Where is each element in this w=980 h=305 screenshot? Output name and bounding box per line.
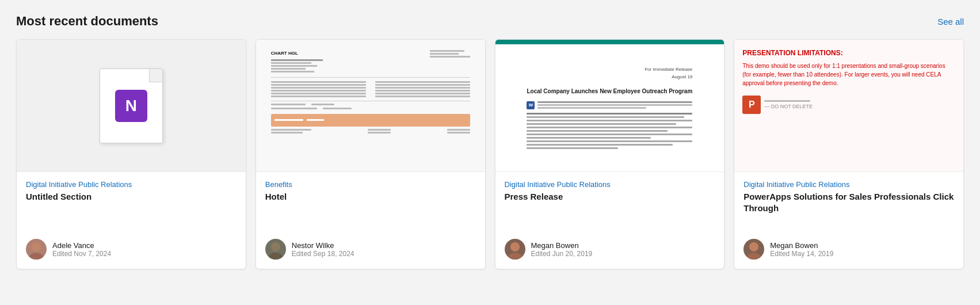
card-4-preview: PRESENTATION LIMITATIONS: This demo shou… bbox=[734, 40, 963, 172]
ppt-icon-row: P — DO NOT DELETE bbox=[742, 96, 813, 114]
card-3-preview: For Immediate ReleaseAugust 19 Local Com… bbox=[495, 40, 724, 172]
card-1-user-info: Adele Vance Edited Nov 7, 2024 bbox=[52, 241, 111, 258]
svg-point-5 bbox=[508, 253, 523, 260]
avatar-megan-4 bbox=[743, 239, 764, 260]
card-1-preview: N bbox=[17, 40, 246, 172]
card3-top-bar bbox=[495, 40, 724, 44]
card-2-username: Nestor Wilke bbox=[292, 241, 354, 250]
svg-point-1 bbox=[29, 253, 44, 260]
card-2-body: Benefits Hotel Nestor Wilke Edited Sep 1… bbox=[256, 172, 485, 269]
card-1-footer: Adele Vance Edited Nov 7, 2024 bbox=[26, 239, 237, 260]
card-3-user-info: Megan Bowen Edited Jun 20, 2019 bbox=[531, 241, 593, 258]
card-3[interactable]: For Immediate ReleaseAugust 19 Local Com… bbox=[495, 39, 725, 269]
card-3-username: Megan Bowen bbox=[531, 241, 593, 250]
card-2-user-info: Nestor Wilke Edited Sep 18, 2024 bbox=[292, 241, 354, 258]
card-4-edited: Edited May 14, 2019 bbox=[770, 250, 833, 258]
card-1-docname: Untitled Section bbox=[26, 191, 237, 203]
card-3-footer: Megan Bowen Edited Jun 20, 2019 bbox=[505, 239, 715, 260]
card-4-footer: Megan Bowen Edited May 14, 2019 bbox=[743, 239, 954, 260]
card-2[interactable]: CHART HGL bbox=[256, 39, 486, 269]
press-release-title: Local Company Launches New Employee Outr… bbox=[527, 87, 692, 96]
card3-content: For Immediate ReleaseAugust 19 Local Com… bbox=[517, 55, 701, 157]
svg-point-2 bbox=[271, 242, 280, 251]
onenote-document: N bbox=[100, 68, 163, 143]
card-1-edited: Edited Nov 7, 2024 bbox=[52, 250, 111, 258]
press-release-header: For Immediate ReleaseAugust 19 bbox=[527, 66, 692, 81]
card-4-username: Megan Bowen bbox=[770, 241, 833, 250]
card-2-workspace[interactable]: Benefits bbox=[265, 180, 476, 189]
card-2-docname: Hotel bbox=[265, 191, 476, 203]
card-4-body: Digital Initiative Public Relations Powe… bbox=[734, 172, 963, 269]
page-container: Most recent documents See all N Digital … bbox=[0, 0, 980, 305]
section-title: Most recent documents bbox=[16, 14, 158, 29]
avatar-megan-3 bbox=[505, 239, 525, 260]
card-3-edited: Edited Jun 20, 2019 bbox=[531, 250, 593, 258]
card-1-workspace[interactable]: Digital Initiative Public Relations bbox=[26, 180, 237, 189]
avatar-adele bbox=[26, 239, 47, 260]
card-1-username: Adele Vance bbox=[52, 241, 111, 250]
card-4-user-info: Megan Bowen Edited May 14, 2019 bbox=[770, 241, 833, 258]
card-2-edited: Edited Sep 18, 2024 bbox=[292, 250, 354, 258]
card-4-workspace[interactable]: Digital Initiative Public Relations bbox=[743, 180, 954, 189]
svg-point-0 bbox=[32, 242, 41, 251]
onenote-icon: N bbox=[115, 90, 147, 122]
word-icon: W bbox=[527, 101, 535, 109]
card-1[interactable]: N Digital Initiative Public Relations Un… bbox=[16, 39, 246, 269]
card-1-body: Digital Initiative Public Relations Unti… bbox=[17, 172, 246, 269]
press-release-body bbox=[527, 113, 692, 149]
card-2-preview: CHART HGL bbox=[256, 40, 485, 172]
svg-point-4 bbox=[510, 242, 520, 251]
pres-limit-body: This demo should be used only for 1:1 pr… bbox=[742, 62, 955, 87]
card-4[interactable]: PRESENTATION LIMITATIONS: This demo shou… bbox=[734, 39, 964, 269]
svg-point-7 bbox=[746, 253, 761, 260]
card-3-workspace[interactable]: Digital Initiative Public Relations bbox=[505, 180, 715, 189]
cards-row: N Digital Initiative Public Relations Un… bbox=[16, 39, 964, 269]
card-4-docname: PowerApps Solutions for Sales Profession… bbox=[743, 191, 954, 214]
pres-limit-title: PRESENTATION LIMITATIONS: bbox=[742, 49, 842, 57]
avatar-nestor bbox=[265, 239, 286, 260]
do-not-delete-label: — DO NOT DELETE bbox=[764, 104, 813, 109]
svg-point-6 bbox=[749, 242, 758, 251]
see-all-link[interactable]: See all bbox=[937, 17, 964, 26]
section-header: Most recent documents See all bbox=[16, 14, 964, 29]
card-2-footer: Nestor Wilke Edited Sep 18, 2024 bbox=[265, 239, 476, 260]
card-3-docname: Press Release bbox=[505, 191, 715, 203]
svg-point-3 bbox=[268, 253, 283, 260]
powerpoint-icon: P bbox=[742, 96, 761, 114]
card-3-body: Digital Initiative Public Relations Pres… bbox=[495, 172, 724, 269]
